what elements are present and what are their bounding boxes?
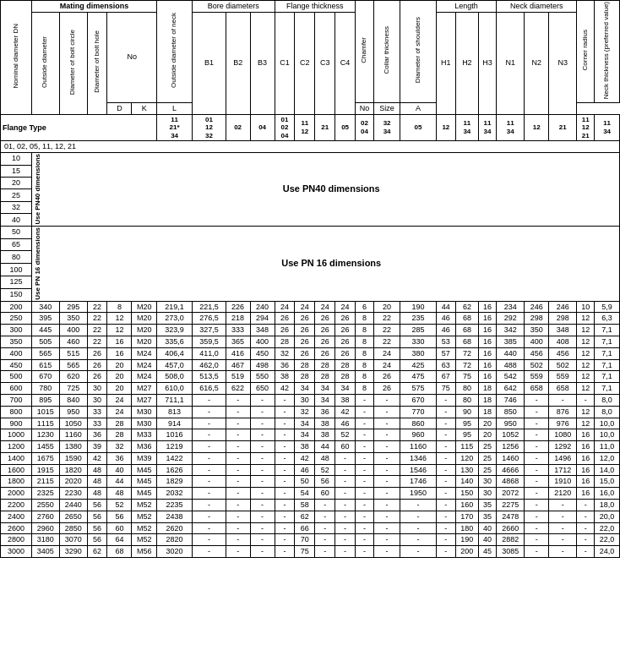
cell-22: 1080 xyxy=(549,429,577,441)
cell-13: 28 xyxy=(335,371,356,383)
data-row-2800: 2800318030705664M522820----70------19040… xyxy=(1,534,620,546)
cell-13: 34 xyxy=(335,383,356,395)
outside-diameter-header: Outside diameter xyxy=(31,12,59,114)
cell-12: 34 xyxy=(315,383,335,395)
cell-7: 411,0 xyxy=(193,347,226,359)
cell-13: - xyxy=(335,534,356,546)
cell-15: 26 xyxy=(373,383,400,395)
cell-23: 12 xyxy=(577,418,595,429)
cell-8: 416 xyxy=(226,347,250,359)
cell-8: - xyxy=(226,394,250,406)
flange-type-row: Flange Type 1121*34 011232 02 04 010204 … xyxy=(1,114,620,141)
cell-14: - xyxy=(356,534,374,546)
cell-20: 1460 xyxy=(497,452,525,464)
cell-24: 7,1 xyxy=(595,383,620,395)
cell-6: 323,9 xyxy=(157,325,193,336)
cell-4: 28 xyxy=(107,418,132,429)
cell-7: - xyxy=(193,452,226,464)
cell-16: 475 xyxy=(400,371,436,383)
cell-24: 15,0 xyxy=(595,476,620,488)
n1-header: N1 xyxy=(497,12,525,114)
cell-19: 16 xyxy=(478,347,497,359)
cell-8: 519 xyxy=(226,371,250,383)
cell-11: 58 xyxy=(295,500,315,511)
h3-header: H3 xyxy=(478,12,497,114)
cell-24: 14,0 xyxy=(595,464,620,476)
cell-7: 359,5 xyxy=(193,336,226,347)
ft-col-s: 1134 xyxy=(595,114,620,141)
cell-14: - xyxy=(356,464,374,476)
cell-11: 54 xyxy=(295,488,315,500)
cell-8: - xyxy=(226,464,250,476)
cell-9: - xyxy=(250,394,275,406)
use-pn16-cell: Use PN 16 dimensionsUse PN 16 dimensions xyxy=(31,226,619,301)
cell-20: 385 xyxy=(497,336,525,347)
cell-22: 408 xyxy=(549,336,577,347)
cell-14: - xyxy=(356,418,374,429)
cell-0: 2400 xyxy=(1,511,32,522)
ft-col-c1: 010204 xyxy=(275,114,295,141)
cell-19: 18 xyxy=(478,383,497,395)
cell-5: M24 xyxy=(132,359,157,371)
c4-header: C4 xyxy=(335,12,356,114)
cell-19: 25 xyxy=(478,441,497,453)
n2-header: N2 xyxy=(525,12,549,114)
cell-20: 342 xyxy=(497,325,525,336)
cell-3: 42 xyxy=(87,452,107,464)
cell-8: - xyxy=(226,488,250,500)
cell-2: 840 xyxy=(59,394,87,406)
ft-col-r: 111221 xyxy=(577,114,595,141)
data-row-2000: 2000232522304848M452032----5460---1950-1… xyxy=(1,488,620,500)
cell-24: 10,0 xyxy=(595,429,620,441)
length-header: Length xyxy=(436,1,497,13)
cell-9: 650 xyxy=(250,383,275,395)
dn-10: 10 xyxy=(1,153,32,165)
data-row-1200: 1200145513803932M361219----384460--1160-… xyxy=(1,441,620,453)
cell-18: 72 xyxy=(456,359,478,371)
cell-6: 335,6 xyxy=(157,336,193,347)
cell-12: 38 xyxy=(315,418,335,429)
cell-1: 1015 xyxy=(31,406,59,418)
cell-9: - xyxy=(250,534,275,546)
cell-16: - xyxy=(400,522,436,534)
data-row-600: 6007807253020M27610,0616,562265042343434… xyxy=(1,383,620,395)
cell-21: - xyxy=(525,406,549,418)
cell-6: 508,0 xyxy=(157,371,193,383)
cell-14: - xyxy=(356,522,374,534)
cell-16: 330 xyxy=(400,336,436,347)
cell-7: - xyxy=(193,546,226,558)
cell-24: 5,9 xyxy=(595,301,620,313)
cell-14: 8 xyxy=(356,325,374,336)
cell-3: 56 xyxy=(87,534,107,546)
cell-9: - xyxy=(250,406,275,418)
cell-11: 66 xyxy=(295,522,315,534)
cell-5: M45 xyxy=(132,476,157,488)
cell-20: 234 xyxy=(497,301,525,313)
cell-17: 53 xyxy=(436,336,456,347)
cell-4: 20 xyxy=(107,371,132,383)
cell-7: - xyxy=(193,406,226,418)
cell-7: - xyxy=(193,464,226,476)
cell-1: 445 xyxy=(31,325,59,336)
cell-0: 2800 xyxy=(1,534,32,546)
cell-17: - xyxy=(436,500,456,511)
cell-8: - xyxy=(226,418,250,429)
header-row-1: Nominal diameter DN Mating dimensions Ou… xyxy=(1,1,620,13)
cell-0: 900 xyxy=(1,418,32,429)
ft-col-e: 0204 xyxy=(356,114,374,141)
ft-col-a: 1121*34 xyxy=(157,114,193,141)
cell-2: 3070 xyxy=(59,534,87,546)
cell-16: 1346 xyxy=(400,452,436,464)
data-row-1800: 1800211520204844M451829----5056---1746-1… xyxy=(1,476,620,488)
cell-19: 20 xyxy=(478,429,497,441)
cell-17: 46 xyxy=(436,313,456,325)
cell-2: 1820 xyxy=(59,464,87,476)
cell-8: - xyxy=(226,534,250,546)
cell-6: 2820 xyxy=(157,534,193,546)
dn-50: 50 xyxy=(1,226,32,238)
cell-18: 95 xyxy=(456,418,478,429)
cell-15: - xyxy=(373,406,400,418)
cell-24: 8,0 xyxy=(595,406,620,418)
cell-24: 7,1 xyxy=(595,347,620,359)
cell-0: 300 xyxy=(1,325,32,336)
